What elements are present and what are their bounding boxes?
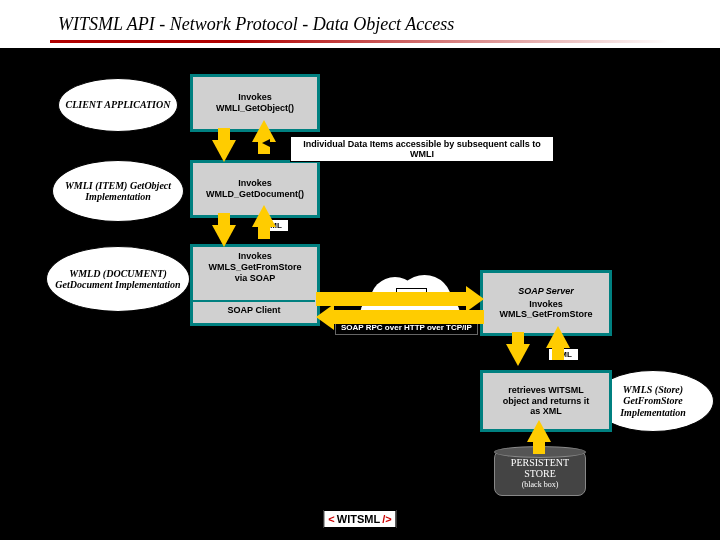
arrow-down-icon <box>212 140 236 162</box>
wmld-ellipse: WMLD (DOCUMENT) GetDocument Implementati… <box>46 246 190 312</box>
box5-line3: as XML <box>530 406 562 417</box>
logo-gt: /> <box>382 513 391 525</box>
soap-server-label: SOAP Server <box>518 286 574 297</box>
box3-line2: WMLS_GetFromStore <box>208 262 301 273</box>
arrow-up-icon <box>252 205 276 227</box>
box3-line1: Invokes <box>238 251 272 262</box>
witsml-logo: < WITSML /> <box>323 510 396 528</box>
client-application-ellipse: CLIENT APPLICATION <box>58 78 178 132</box>
arrow-down-icon <box>212 225 236 247</box>
logo-text: WITSML <box>337 513 380 525</box>
box2-line2: WMLD_GetDocument() <box>206 189 304 200</box>
persistent-store-cylinder: PERSISTENT STORE (black box) <box>494 450 586 496</box>
box1-line2: WMLI_GetObject() <box>216 103 294 114</box>
page-title: WITSML API - Network Protocol - Data Obj… <box>50 12 462 37</box>
store-line1: PERSISTENT <box>511 457 569 469</box>
logo-lt: < <box>328 513 334 525</box>
arrow-down-icon <box>506 344 530 366</box>
arrow-up-icon <box>527 420 551 442</box>
title-underline <box>50 40 670 43</box>
box3-line3: via SOAP <box>235 273 276 284</box>
box4-line2: WMLS_GetFromStore <box>499 309 592 320</box>
arrow-up-icon <box>546 326 570 348</box>
box5-line2: object and returns it <box>503 396 590 407</box>
box5-line1: retrieves WITSML <box>508 385 584 396</box>
box1-line1: Invokes <box>238 92 272 103</box>
store-line2: STORE <box>524 468 556 480</box>
box2-line1: Invokes <box>238 178 272 189</box>
wmli-ellipse: WMLI (ITEM) GetObject Implementation <box>52 160 184 222</box>
arrow-left-icon <box>334 310 484 324</box>
arrow-right-icon <box>316 292 466 306</box>
box4-line1: Invokes <box>529 299 563 310</box>
store-line3: (black box) <box>522 480 559 489</box>
soap-client-label: SOAP Client <box>193 300 315 318</box>
thin-arrow-icon <box>270 143 290 144</box>
data-items-label: Individual Data Items accessible by subs… <box>290 136 554 162</box>
